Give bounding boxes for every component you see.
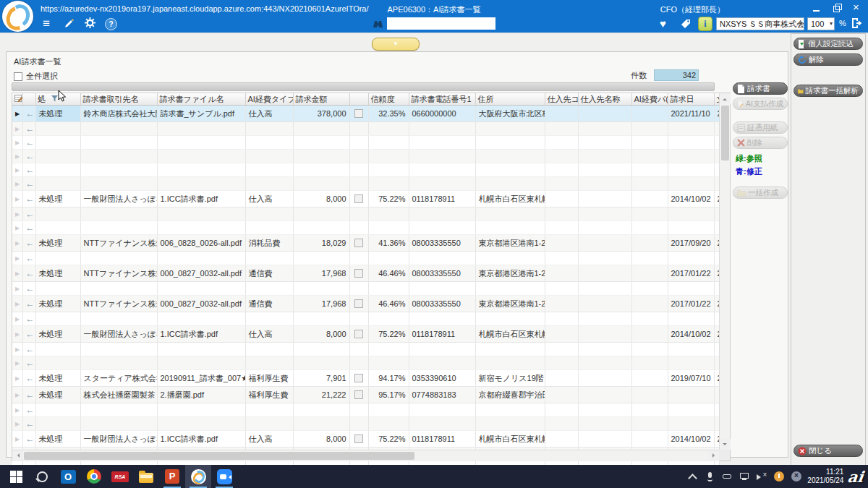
invoice-button[interactable]: 請求書 [733, 82, 788, 95]
select-all-checkbox[interactable] [14, 72, 22, 81]
taskbar-app-chrome[interactable] [81, 465, 107, 488]
taskbar-app-zoomapp[interactable] [211, 465, 237, 488]
horizontal-scrollbar[interactable] [12, 450, 719, 461]
empty-row[interactable]: ▶← [12, 282, 719, 296]
confidence-cell [368, 122, 409, 136]
tray-notif-x-icon[interactable] [791, 471, 801, 481]
row-checkbox[interactable] [354, 374, 363, 382]
checkbox-cell [349, 356, 368, 370]
header-amount[interactable]: 請求金額 [293, 93, 349, 106]
row-checkbox[interactable] [354, 390, 363, 399]
header-phone[interactable]: 請求書電話番号1 [409, 93, 475, 106]
load-personal-settings-button[interactable]: 個人設定読込 [793, 38, 863, 50]
tray-mic-icon[interactable] [705, 471, 715, 481]
quick-search-input[interactable] [387, 17, 495, 30]
header-vendor[interactable]: 請求書取引先名 [80, 93, 157, 106]
batch-analyze-button[interactable]: 請求書一括解析 [793, 85, 863, 97]
phone-cell: 08003335550 [409, 265, 475, 282]
header-file[interactable]: 請求書ファイル名 [157, 93, 245, 106]
header-checkbox[interactable] [349, 93, 368, 106]
menu-icon[interactable] [40, 17, 53, 30]
empty-row[interactable]: ▶← [12, 356, 719, 370]
taskbar-app-nxapp[interactable] [185, 465, 211, 488]
header-ai-pattern[interactable]: AI経費パ( [631, 93, 668, 106]
back-arrow-cell: ← [22, 265, 35, 282]
row-checkbox[interactable] [354, 435, 363, 443]
empty-row[interactable]: ▶← [12, 163, 719, 177]
taskbar-app-start[interactable] [3, 465, 29, 488]
empty-row[interactable]: ▶← [12, 177, 719, 191]
horizontal-scroll-thumb[interactable] [24, 452, 414, 460]
scroll-up-arrow[interactable] [720, 93, 731, 104]
scroll-down-arrow[interactable] [720, 439, 731, 450]
restore-button[interactable] [832, 3, 842, 13]
pen-icon[interactable] [62, 17, 75, 30]
invoice-row[interactable]: ▶←未処理鈴木商店株式会社大阪梅田店請求書_サンプル.pdf仕入高378,000… [12, 106, 719, 122]
header-confidence[interactable]: 信頼度 [368, 93, 409, 106]
close-window-button[interactable] [852, 3, 862, 13]
taskbar-app-outlook[interactable] [55, 465, 81, 488]
row-checkbox[interactable] [354, 299, 363, 308]
tag-icon[interactable] [680, 18, 692, 31]
empty-row[interactable]: ▶← [12, 312, 719, 326]
empty-row[interactable]: ▶← [12, 403, 719, 417]
taskbar-clock[interactable]: 11:21 2021/05/24 [807, 468, 843, 485]
row-checkbox[interactable] [354, 239, 363, 247]
taskbar-app-search[interactable] [29, 465, 55, 488]
empty-row[interactable]: ▶← [12, 150, 719, 163]
minimize-button[interactable] [812, 3, 822, 13]
row-checkbox[interactable] [354, 330, 363, 338]
info-icon[interactable] [698, 17, 712, 31]
invoice-row[interactable]: ▶←未処理一般財団法人さっぽろ産業振1.ICC請求書.pdf仕入高8,00075… [12, 326, 719, 343]
gear-icon[interactable] [83, 17, 96, 30]
tray-display-icon[interactable] [739, 471, 749, 481]
header-edit[interactable] [12, 93, 22, 106]
company-select[interactable]: NXSYS ＳＳ商事株式会社 [716, 17, 804, 30]
invoice-row[interactable]: ▶←未処理NTTファイナンス株式会社006_0828_0026-all.pdf消… [12, 235, 719, 252]
logout-icon[interactable] [851, 17, 862, 30]
help-icon[interactable] [105, 18, 117, 30]
taskbar-app-explorer[interactable] [133, 465, 159, 488]
invoice-row[interactable]: ▶←未処理一般財団法人さっぽろ産業振1.ICC請求書.pdf仕入高8,00075… [12, 191, 719, 207]
invoice-row[interactable]: ▶←未処理一般財団法人さっぽろ産業振1.ICC請求書.pdf仕入高8,00075… [12, 431, 719, 448]
scroll-left-arrow[interactable] [12, 450, 23, 461]
header-supplier-name[interactable]: 仕入先名称 [578, 93, 631, 106]
row-checkbox[interactable] [354, 269, 363, 278]
scroll-right-arrow[interactable] [708, 450, 719, 461]
favorite-heart-icon[interactable] [660, 17, 666, 30]
row-checkbox[interactable] [354, 194, 363, 203]
invoice-row[interactable]: ▶←未処理NTTファイナンス株式会社N:000_0827_0032-all.pd… [12, 265, 719, 282]
empty-row[interactable]: ▶← [12, 343, 719, 356]
row-checkbox[interactable] [354, 109, 363, 118]
invoice-row[interactable]: ▶←未処理株式会社播磨園製茶2.播磨園.pdf福利厚生費21,22295.17%… [12, 387, 719, 403]
header-expense-type[interactable]: AI経費タイプ [245, 93, 293, 106]
invoice-row[interactable]: ▶←未処理NTTファイナンス株式会社N:000_0827_0032-all.pd… [12, 296, 719, 312]
header-invoice-date[interactable]: 請求日 [668, 93, 714, 106]
header-arrow[interactable] [22, 93, 35, 106]
release-button[interactable]: 解除 [793, 53, 863, 66]
taskbar-app-powerpoint[interactable] [159, 465, 185, 488]
tray-chevron-icon[interactable] [687, 471, 697, 481]
invoice-row[interactable]: ▶←未処理スターティア株式会社20190911_請求書_007★.pdf福利厚生… [12, 370, 719, 387]
header-supplier-code[interactable]: 仕入先コ [545, 93, 578, 106]
panel-collapse-button[interactable]: ▼ [372, 38, 420, 51]
header-address[interactable]: 住所 [475, 93, 545, 106]
tray-mute-icon[interactable] [757, 471, 767, 481]
empty-row[interactable]: ▶← [12, 122, 719, 136]
supplier-name-cell [578, 370, 631, 387]
vertical-scrollbar[interactable] [719, 93, 730, 450]
zoom-select[interactable]: 100 [807, 17, 835, 30]
invoice-date-cell [668, 252, 714, 265]
header-pay[interactable]: 支 [714, 93, 719, 106]
empty-row[interactable]: ▶← [12, 221, 719, 235]
empty-row[interactable]: ▶← [12, 417, 719, 431]
close-button[interactable]: 閉じる [793, 445, 863, 457]
filter-funnel-icon[interactable] [51, 95, 58, 103]
empty-row[interactable]: ▶← [12, 252, 719, 265]
tray-notif-orange-icon[interactable] [774, 471, 784, 481]
empty-row[interactable]: ▶← [12, 136, 719, 150]
vertical-scroll-thumb[interactable] [721, 106, 729, 160]
empty-row[interactable]: ▶← [12, 207, 719, 221]
tray-device-icon[interactable] [722, 471, 732, 481]
taskbar-app-rsa[interactable] [107, 465, 133, 488]
